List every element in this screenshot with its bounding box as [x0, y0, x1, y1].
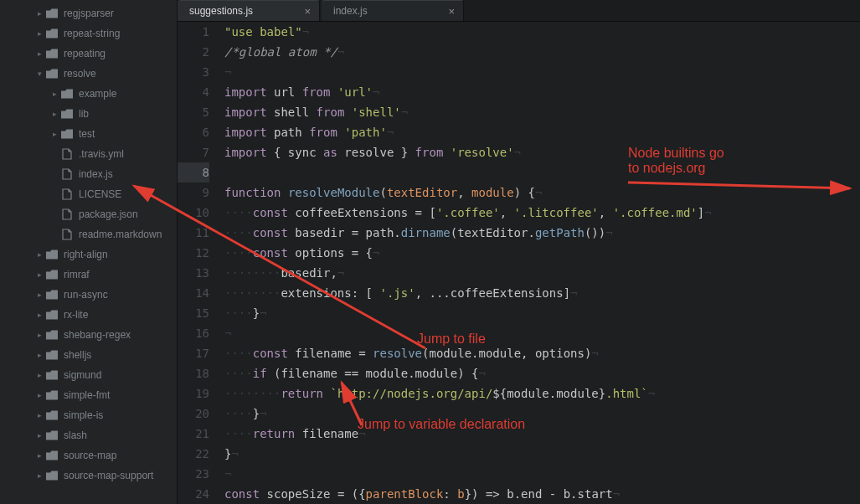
close-icon[interactable]: ×	[304, 5, 311, 18]
tree-disclosure-arrow[interactable]: ▸	[35, 291, 44, 299]
tree-disclosure-arrow[interactable]: ▸	[35, 431, 44, 440]
line-number[interactable]: 15	[178, 303, 209, 323]
line-number[interactable]: 14	[178, 283, 209, 303]
code-line[interactable]: function resolveModule(textEditor, modul…	[224, 183, 860, 203]
code-area[interactable]: "use babel"¬/*global atom */¬¬import url…	[221, 22, 860, 504]
line-number[interactable]: 7	[178, 142, 209, 162]
tree-folder[interactable]: ▸source-map-support	[0, 465, 177, 486]
code-line[interactable]: /*global atom */¬	[224, 42, 860, 62]
tree-file[interactable]: .travis.yml	[0, 144, 177, 164]
line-number[interactable]: 16	[178, 323, 209, 343]
close-icon[interactable]: ×	[448, 5, 455, 18]
tree-folder[interactable]: ▸repeating	[0, 44, 177, 64]
code-line[interactable]: }¬	[224, 444, 860, 464]
tab-label: index.js	[333, 5, 368, 17]
tree-disclosure-arrow[interactable]: ▸	[50, 90, 59, 98]
line-number[interactable]: 3	[178, 62, 209, 82]
file-tree[interactable]: ▸regjsparser▸repeat-string▸repeating▾res…	[0, 0, 178, 504]
code-line[interactable]: import url from 'url'¬	[224, 82, 860, 102]
code-line[interactable]	[224, 162, 860, 183]
tree-folder[interactable]: ▸shelljs	[0, 345, 177, 365]
code-line[interactable]: ····const options = {¬	[224, 243, 860, 263]
line-number[interactable]: 12	[178, 243, 209, 263]
text-editor[interactable]: 123456789101112131415161718192021222324 …	[178, 22, 860, 504]
code-line[interactable]: ····return filename¬	[224, 424, 860, 444]
tree-disclosure-arrow[interactable]: ▸	[50, 110, 59, 118]
line-number[interactable]: 22	[178, 444, 209, 464]
tree-file[interactable]: LICENSE	[0, 184, 177, 204]
code-line[interactable]: ¬	[224, 323, 860, 343]
tree-disclosure-arrow[interactable]: ▸	[35, 331, 44, 339]
tree-folder[interactable]: ▸shebang-regex	[0, 325, 177, 345]
line-number[interactable]: 19	[178, 383, 209, 404]
folder-icon	[45, 289, 59, 301]
line-number[interactable]: 13	[178, 263, 209, 283]
code-line[interactable]: ····const coffeeExtensions = ['.coffee',…	[224, 203, 860, 223]
line-number[interactable]: 18	[178, 363, 209, 383]
line-number[interactable]: 10	[178, 203, 209, 223]
tree-folder[interactable]: ▸sigmund	[0, 365, 177, 385]
line-number[interactable]: 5	[178, 102, 209, 122]
tree-disclosure-arrow[interactable]: ▸	[35, 351, 44, 359]
tree-disclosure-arrow[interactable]: ▸	[35, 451, 44, 460]
line-number[interactable]: 11	[178, 223, 209, 243]
line-number[interactable]: 6	[178, 122, 209, 142]
code-line[interactable]: import { sync as resolve } from 'resolve…	[224, 142, 860, 162]
tree-disclosure-arrow[interactable]: ▸	[35, 371, 44, 379]
line-number[interactable]: 4	[178, 82, 209, 102]
tree-disclosure-arrow[interactable]: ▸	[35, 471, 44, 480]
tree-file[interactable]: package.json	[0, 204, 177, 224]
code-line[interactable]: ¬	[224, 62, 860, 82]
tree-folder[interactable]: ▸example	[0, 84, 177, 104]
line-number[interactable]: 2	[178, 42, 209, 62]
tree-folder[interactable]: ▸run-async	[0, 285, 177, 305]
code-line[interactable]: "use babel"¬	[224, 22, 860, 42]
tree-disclosure-arrow[interactable]: ▸	[35, 391, 44, 399]
tree-folder[interactable]: ▸right-align	[0, 244, 177, 265]
line-number[interactable]: 9	[178, 183, 209, 203]
editor-tab[interactable]: suggestions.js×	[178, 0, 320, 21]
code-line[interactable]: ····const basedir = path.dirname(textEdi…	[224, 223, 860, 243]
line-number[interactable]: 21	[178, 424, 209, 444]
code-line[interactable]: ····if (filename == module.module) {¬	[224, 363, 860, 383]
code-line[interactable]: import path from 'path'¬	[224, 122, 860, 142]
tree-folder[interactable]: ▾resolve	[0, 64, 177, 84]
tree-disclosure-arrow[interactable]: ▸	[35, 49, 44, 58]
line-number[interactable]: 17	[178, 343, 209, 363]
tree-folder[interactable]: ▸rimraf	[0, 265, 177, 285]
line-number[interactable]: 20	[178, 404, 209, 424]
code-line[interactable]: ····const filename = resolve(module.modu…	[224, 343, 860, 363]
tree-disclosure-arrow[interactable]: ▾	[35, 69, 44, 78]
code-line[interactable]: ····}¬	[224, 303, 860, 323]
tree-folder[interactable]: ▸lib	[0, 104, 177, 124]
tree-folder[interactable]: ▸rx-lite	[0, 305, 177, 325]
tree-disclosure-arrow[interactable]: ▸	[35, 250, 44, 259]
editor-tab[interactable]: index.js×	[322, 0, 464, 21]
tree-disclosure-arrow[interactable]: ▸	[35, 29, 44, 38]
code-line[interactable]: ········extensions: [ '.js', ...coffeeEx…	[224, 283, 860, 303]
tree-folder[interactable]: ▸regjsparser	[0, 3, 177, 23]
tree-folder[interactable]: ▸simple-is	[0, 405, 177, 425]
tree-folder[interactable]: ▸simple-fmt	[0, 385, 177, 405]
tree-folder[interactable]: ▸test	[0, 124, 177, 144]
tree-disclosure-arrow[interactable]: ▸	[50, 130, 59, 138]
tree-disclosure-arrow[interactable]: ▸	[35, 411, 44, 419]
line-number[interactable]: 23	[178, 464, 209, 484]
line-number[interactable]: 8	[178, 162, 209, 183]
code-line[interactable]: ····}¬	[224, 404, 860, 424]
tree-disclosure-arrow[interactable]: ▸	[35, 270, 44, 279]
tree-folder[interactable]: ▸slash	[0, 425, 177, 445]
code-line[interactable]: import shell from 'shell'¬	[224, 102, 860, 122]
tree-file[interactable]: index.js	[0, 164, 177, 184]
tree-folder[interactable]: ▸source-map	[0, 445, 177, 465]
line-number[interactable]: 24	[178, 484, 209, 504]
tree-disclosure-arrow[interactable]: ▸	[35, 9, 44, 18]
line-number[interactable]: 1	[178, 22, 209, 42]
code-line[interactable]: ········return `http://nodejs.org/api/${…	[224, 383, 860, 404]
tree-file[interactable]: readme.markdown	[0, 224, 177, 244]
tree-disclosure-arrow[interactable]: ▸	[35, 311, 44, 319]
code-line[interactable]: const scopeSize = ({parentBlock: b}) => …	[224, 484, 860, 504]
code-line[interactable]: ········basedir,¬	[224, 263, 860, 283]
code-line[interactable]: ¬	[224, 464, 860, 484]
tree-folder[interactable]: ▸repeat-string	[0, 23, 177, 44]
